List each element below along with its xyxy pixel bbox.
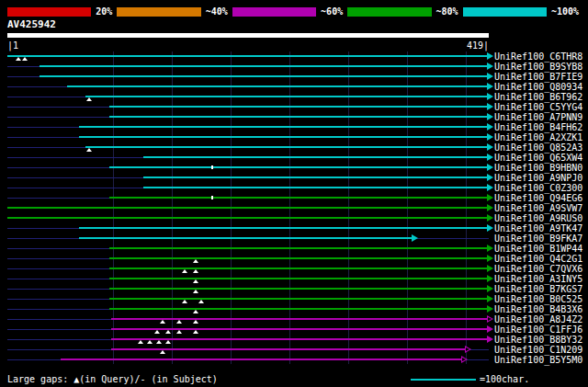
subject-label[interactable]: UniRef100_B1WP44 bbox=[494, 244, 582, 254]
query-gap-marker bbox=[86, 97, 92, 101]
subject-label[interactable]: UniRef100_B6T962 bbox=[494, 92, 582, 102]
query-bar bbox=[7, 33, 489, 38]
alignment-bar[interactable] bbox=[109, 116, 487, 118]
alignment-arrowhead bbox=[487, 52, 493, 60]
alignment-bar[interactable] bbox=[40, 75, 487, 77]
subject-gap-marker bbox=[211, 196, 213, 199]
alignment-bar[interactable] bbox=[109, 166, 487, 168]
subject-label[interactable]: UniRef100_B7FIE9 bbox=[494, 72, 582, 82]
subject-label[interactable]: UniRef100_A9TK47 bbox=[494, 223, 582, 233]
alignment-bar[interactable] bbox=[40, 65, 487, 67]
alignment-row: UniRef100_A3INY5 bbox=[0, 274, 588, 284]
key-label-40: ~40% bbox=[201, 6, 232, 17]
subject-label[interactable]: UniRef100_A3INY5 bbox=[494, 274, 582, 284]
subject-label[interactable]: UniRef100_A7PNN9 bbox=[494, 112, 582, 122]
subject-label[interactable]: UniRef100_B9FKA7 bbox=[494, 233, 582, 244]
alignment-row: UniRef100_Q65XW4 bbox=[0, 153, 588, 163]
query-gap-marker bbox=[165, 330, 171, 334]
query-gap-marker bbox=[156, 340, 162, 344]
query-gap-marker bbox=[160, 350, 165, 354]
subject-label[interactable]: UniRef100_B7KGS7 bbox=[494, 284, 582, 294]
alignment-bar[interactable] bbox=[143, 187, 487, 188]
alignment-bar[interactable] bbox=[7, 207, 487, 209]
alignment-arrowhead bbox=[412, 234, 418, 242]
alignment-arrowhead bbox=[487, 154, 493, 161]
alignment-arrowhead bbox=[487, 265, 493, 272]
query-gap-marker bbox=[176, 320, 182, 324]
subject-label[interactable]: UniRef100_A8J4Z2 bbox=[494, 314, 582, 324]
subject-label[interactable]: UniRef100_A9SVW7 bbox=[494, 203, 582, 213]
alignment-bar[interactable] bbox=[109, 267, 487, 269]
query-gap-marker bbox=[86, 148, 92, 152]
subject-label[interactable]: UniRef100_B4B3X6 bbox=[494, 304, 582, 314]
alignment-row: UniRef100_B9FKA7 bbox=[0, 233, 588, 244]
key-label-20: 20% bbox=[91, 6, 117, 17]
alignment-row: UniRef100_A9SVW7 bbox=[0, 203, 588, 213]
alignment-bar[interactable] bbox=[79, 126, 487, 128]
alignment-bar[interactable] bbox=[109, 257, 487, 259]
alignment-bar[interactable] bbox=[111, 318, 487, 320]
alignment-bar[interactable] bbox=[109, 106, 487, 108]
alignment-bar[interactable] bbox=[79, 136, 487, 138]
subject-label[interactable]: UniRef100_B5Y5M0 bbox=[494, 355, 582, 365]
subject-label[interactable]: UniRef100_Q852A3 bbox=[494, 142, 582, 153]
subject-label[interactable]: UniRef100_A9RUS0 bbox=[494, 213, 582, 223]
alignment-bar[interactable] bbox=[7, 217, 487, 219]
alignment-row: UniRef100_A9NPJ0 bbox=[0, 173, 588, 183]
alignment-bar[interactable] bbox=[109, 288, 487, 290]
alignment-arrowhead bbox=[487, 224, 493, 232]
subject-label[interactable]: UniRef100_B9SYB8 bbox=[494, 62, 582, 72]
alignment-bar[interactable] bbox=[143, 176, 487, 178]
alignment-row: UniRef100_B5Y5M0 bbox=[0, 355, 588, 365]
subject-label[interactable]: UniRef100_Q65XW4 bbox=[494, 153, 582, 163]
alignment-arrowhead bbox=[487, 164, 493, 171]
subject-label[interactable]: UniRef100_C7QVX6 bbox=[494, 264, 582, 274]
subject-label[interactable]: UniRef100_C5YYG4 bbox=[494, 102, 582, 112]
alignment-arrowhead bbox=[487, 83, 493, 90]
alignment-arrowhead bbox=[487, 194, 493, 201]
alignment-bar[interactable] bbox=[109, 308, 487, 310]
alignment-row: UniRef100_A9RUS0 bbox=[0, 213, 588, 223]
subject-label[interactable]: UniRef100_Q80934 bbox=[494, 82, 582, 92]
identity-color-key: 20%~40%~60%~80%~100% bbox=[7, 6, 583, 17]
alignment-bar[interactable] bbox=[109, 278, 487, 279]
subject-label[interactable]: UniRef100_A2XZK1 bbox=[494, 132, 582, 142]
alignment-arrowhead bbox=[487, 73, 493, 80]
subject-label[interactable]: UniRef100_B0C525 bbox=[494, 294, 582, 304]
subject-label[interactable]: UniRef100_B4FH62 bbox=[494, 122, 582, 132]
subject-label[interactable]: UniRef100_C1N209 bbox=[494, 345, 582, 355]
alignment-row: UniRef100_A9TK47 bbox=[0, 223, 588, 233]
alignment-bar[interactable] bbox=[143, 156, 487, 158]
alignment-bar[interactable] bbox=[85, 96, 487, 97]
alignment-bar[interactable] bbox=[79, 227, 487, 229]
alignment-bar[interactable] bbox=[109, 298, 487, 300]
subject-label[interactable]: UniRef100_A9NPJ0 bbox=[494, 173, 582, 183]
alignment-bar[interactable] bbox=[109, 247, 487, 249]
subject-label[interactable]: UniRef100_Q94EG6 bbox=[494, 193, 582, 203]
query-gap-marker bbox=[138, 340, 143, 344]
alignment-bar[interactable] bbox=[61, 359, 461, 360]
subject-label[interactable]: UniRef100_B9HBN0 bbox=[494, 163, 582, 173]
alignment-arrowhead bbox=[487, 245, 493, 252]
alignment-bar[interactable] bbox=[79, 237, 412, 239]
query-start-coord: |1 bbox=[7, 40, 18, 51]
alignment-arrowhead bbox=[487, 295, 493, 302]
subject-label[interactable]: UniRef100_C0Z300 bbox=[494, 183, 582, 193]
subject-label[interactable]: UniRef100_Q4C2G1 bbox=[494, 254, 582, 264]
query-gap-marker bbox=[193, 320, 198, 324]
subject-label[interactable]: UniRef100_C6THR8 bbox=[494, 51, 582, 62]
alignment-arrowhead bbox=[487, 113, 493, 120]
red-key-segment bbox=[7, 7, 91, 17]
query-gap-marker bbox=[147, 340, 153, 344]
alignment-bar[interactable] bbox=[67, 85, 487, 87]
alignment-bar[interactable] bbox=[7, 55, 487, 57]
alignment-bar[interactable] bbox=[109, 197, 487, 199]
query-gap-marker bbox=[193, 290, 198, 293]
query-gap-marker bbox=[22, 57, 28, 61]
query-id: AV425942 bbox=[7, 19, 56, 30]
query-gap-marker bbox=[193, 269, 198, 273]
subject-label[interactable]: UniRef100_C1FFJ6 bbox=[494, 324, 582, 335]
alignment-arrowhead bbox=[465, 346, 471, 353]
alignment-bar[interactable] bbox=[85, 146, 487, 148]
subject-label[interactable]: UniRef100_B8BY32 bbox=[494, 335, 582, 345]
